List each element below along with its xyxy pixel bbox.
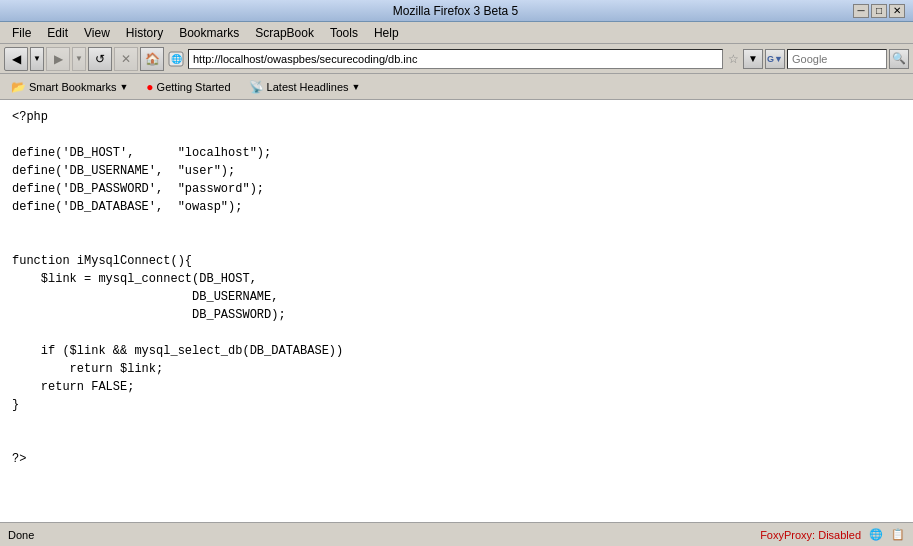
getting-started-icon: ● <box>146 80 153 94</box>
address-bar-container: 🌐 ☆ ▼ <box>166 49 763 69</box>
getting-started-label: Getting Started <box>157 81 231 93</box>
statusbar: Done FoxyProxy: Disabled 🌐 📋 <box>0 522 913 546</box>
bookmarksbar: 📂 Smart Bookmarks ▼ ● Getting Started 📡 … <box>0 74 913 100</box>
bookmark-smart-bookmarks[interactable]: 📂 Smart Bookmarks ▼ <box>4 77 135 97</box>
stop-button[interactable]: ✕ <box>114 47 138 71</box>
back-button[interactable]: ◀ <box>4 47 28 71</box>
forward-dropdown[interactable]: ▼ <box>72 47 86 71</box>
code-block: <?php define('DB_HOST', "localhost"); de… <box>12 108 901 468</box>
menubar: File Edit View History Bookmarks ScrapBo… <box>0 22 913 44</box>
globe-icon: 🌐 <box>869 528 883 541</box>
menu-view[interactable]: View <box>76 24 118 42</box>
smart-bookmarks-label: Smart Bookmarks <box>29 81 116 93</box>
menu-bookmarks[interactable]: Bookmarks <box>171 24 247 42</box>
navbar: ◀ ▼ ▶ ▼ ↺ ✕ 🏠 🌐 ☆ ▼ G▼ 🔍 <box>0 44 913 74</box>
menu-help[interactable]: Help <box>366 24 407 42</box>
home-button[interactable]: 🏠 <box>140 47 164 71</box>
menu-edit[interactable]: Edit <box>39 24 76 42</box>
menu-file[interactable]: File <box>4 24 39 42</box>
clipboard-icon: 📋 <box>891 528 905 541</box>
foxy-proxy-status: FoxyProxy: Disabled <box>760 529 861 541</box>
bookmark-latest-headlines[interactable]: 📡 Latest Headlines ▼ <box>242 77 368 97</box>
bookmark-star[interactable]: ☆ <box>725 51 741 67</box>
location-icon: 🌐 <box>166 49 186 69</box>
titlebar: Mozilla Firefox 3 Beta 5 ─ □ ✕ <box>0 0 913 22</box>
search-container: G▼ 🔍 <box>765 49 909 69</box>
latest-headlines-label: Latest Headlines <box>267 81 349 93</box>
close-button[interactable]: ✕ <box>889 4 905 18</box>
status-right: FoxyProxy: Disabled 🌐 📋 <box>760 528 905 541</box>
reload-button[interactable]: ↺ <box>88 47 112 71</box>
maximize-button[interactable]: □ <box>871 4 887 18</box>
status-text: Done <box>8 529 34 541</box>
search-go-button[interactable]: 🔍 <box>889 49 909 69</box>
latest-headlines-dropdown-icon: ▼ <box>352 82 361 92</box>
search-dropdown-button[interactable]: G▼ <box>765 49 785 69</box>
menu-tools[interactable]: Tools <box>322 24 366 42</box>
menu-scrapbook[interactable]: ScrapBook <box>247 24 322 42</box>
latest-headlines-icon: 📡 <box>249 80 264 94</box>
forward-button[interactable]: ▶ <box>46 47 70 71</box>
address-input[interactable] <box>188 49 723 69</box>
search-input[interactable] <box>787 49 887 69</box>
smart-bookmarks-icon: 📂 <box>11 80 26 94</box>
titlebar-title: Mozilla Firefox 3 Beta 5 <box>58 4 853 18</box>
content-area: <?php define('DB_HOST', "localhost"); de… <box>0 100 913 522</box>
svg-text:🌐: 🌐 <box>171 53 183 65</box>
back-dropdown[interactable]: ▼ <box>30 47 44 71</box>
minimize-button[interactable]: ─ <box>853 4 869 18</box>
bookmark-getting-started[interactable]: ● Getting Started <box>139 77 237 97</box>
titlebar-controls: ─ □ ✕ <box>853 4 905 18</box>
foxy-proxy-label: FoxyProxy: Disabled <box>760 529 861 541</box>
smart-bookmarks-dropdown-icon: ▼ <box>119 82 128 92</box>
menu-history[interactable]: History <box>118 24 171 42</box>
go-dropdown[interactable]: ▼ <box>743 49 763 69</box>
